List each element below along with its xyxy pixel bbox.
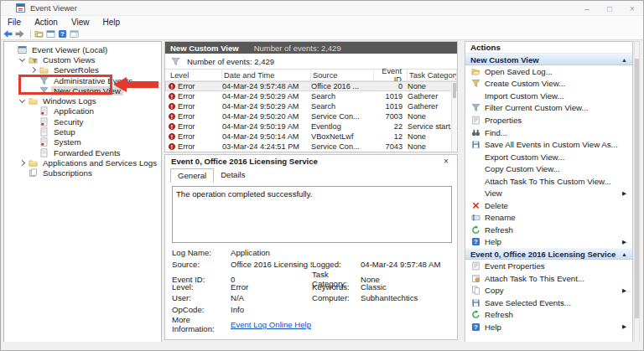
events-table-header: LevelDate and TimeSourceEvent IDTask Cat… <box>165 70 457 81</box>
tree-item-label: Application <box>51 106 96 116</box>
collapse-icon[interactable]: ▲ <box>621 57 627 63</box>
action-save-all-events-in-custom-view-as[interactable]: Save All Events in Custom View As... <box>465 138 632 151</box>
table-row[interactable]: !Error03-Mar-24 4:24:51 PMService Con...… <box>165 142 457 152</box>
tree-item-applications-and-services-logs[interactable]: Applications and Services Logs <box>4 157 161 168</box>
cell-task-category: None <box>408 142 457 151</box>
action-refresh[interactable]: Refresh <box>465 224 632 236</box>
action-properties[interactable]: Properties <box>465 114 632 126</box>
action-attach-task-to-this-custom-view[interactable]: Attach Task To This Custom View... <box>465 175 632 188</box>
cell-task-category: Gatherer <box>408 102 457 111</box>
action-import-custom-view[interactable]: Import Custom View... <box>465 90 632 102</box>
minimize-button[interactable]: – <box>581 4 593 13</box>
events-panel-header: New Custom View Number of events: 2,429 <box>165 42 457 54</box>
log-badge-icon <box>39 116 49 126</box>
expander-down-icon[interactable] <box>19 97 25 103</box>
tree-item-event-viewer-local[interactable]: Event Viewer (Local) <box>4 44 161 54</box>
close-button[interactable]: × <box>626 4 638 13</box>
table-row[interactable]: !Error04-Mar-24 9:50:20 AMService Con...… <box>165 111 457 121</box>
cell-level: !Error <box>169 142 222 151</box>
tab-details[interactable]: Details <box>214 168 252 183</box>
column-header-source[interactable]: Source <box>311 70 374 80</box>
action-pane-icon <box>69 28 79 39</box>
toolbar-back-arrow-button[interactable] <box>3 28 14 39</box>
column-header-event-id[interactable]: Event ID <box>374 70 408 80</box>
action-attach-task-to-this-event[interactable]: Attach Task To This Event... <box>465 272 632 285</box>
expander-right-icon[interactable] <box>19 160 25 166</box>
action-find[interactable]: Find... <box>465 126 632 139</box>
action-copy[interactable]: Copy▶ <box>465 284 632 297</box>
action-export-custom-view[interactable]: Export Custom View... <box>465 151 632 163</box>
action-create-custom-view[interactable]: Create Custom View... <box>465 78 632 90</box>
events-table-scrollbar[interactable] <box>451 82 456 152</box>
action-label: Help <box>485 237 501 246</box>
column-header-task-category[interactable]: Task Category <box>408 70 457 80</box>
maximize-button[interactable]: □ <box>604 4 615 13</box>
properties-icon <box>470 261 480 271</box>
tab-general[interactable]: General <box>170 168 214 183</box>
action-filter-current-custom-view[interactable]: Filter Current Custom View... <box>465 102 632 115</box>
tree-item-security[interactable]: Security <box>4 116 161 126</box>
filter-icon <box>170 56 180 66</box>
blank-icon <box>470 90 480 101</box>
expander-down-icon[interactable] <box>19 56 25 62</box>
column-header-date-and-time[interactable]: Date and Time <box>222 70 311 80</box>
action-delete[interactable]: Delete <box>465 199 632 212</box>
tree-item-custom-views[interactable]: Custom Views <box>4 54 161 65</box>
filter-icon <box>470 103 480 113</box>
action-copy-custom-view[interactable]: Copy Custom View... <box>465 163 632 175</box>
tree-item-application[interactable]: Application <box>4 106 161 116</box>
table-row[interactable]: !Error04-Mar-24 9:50:29 AMSearch1019Gath… <box>165 101 457 111</box>
toolbar: ? <box>1 28 643 40</box>
action-save-selected-events[interactable]: Save Selected Events... <box>465 297 632 309</box>
column-header-level[interactable]: Level <box>169 70 222 80</box>
action-open-saved-log[interactable]: Open Saved Log... <box>465 65 632 78</box>
toolbar-console-tree-button[interactable] <box>34 28 45 39</box>
detail-close-icon[interactable]: × <box>441 157 451 166</box>
action-refresh[interactable]: Refresh <box>465 308 632 321</box>
actions-section-event-0-office-2016-licensing-service[interactable]: Event 0, Office 2016 Licensing Service▲ <box>465 248 632 260</box>
action-help[interactable]: ?Help▶ <box>465 321 632 333</box>
menu-bar: FileActionViewHelp <box>1 16 643 28</box>
tree-item-system[interactable]: System <box>4 137 161 147</box>
cell-task-category: None <box>408 112 457 121</box>
tree-item-forwarded-events[interactable]: Forwarded Events <box>4 147 161 157</box>
table-row[interactable]: !Error04-Mar-24 9:50:29 AMSearch1019Gath… <box>165 91 457 101</box>
event-log-online-help-link[interactable]: Event Log Online Help <box>231 320 312 329</box>
annotation-arrow-tail <box>126 81 158 88</box>
menu-help[interactable]: Help <box>96 18 127 27</box>
status-strip <box>1 342 643 350</box>
action-label: View <box>485 188 502 198</box>
action-help[interactable]: ?Help▶ <box>465 236 632 249</box>
annotation-box <box>18 75 112 95</box>
toolbar-console-window-button[interactable] <box>46 28 57 39</box>
action-view[interactable]: View▶ <box>465 187 632 199</box>
open-folder-icon <box>470 66 480 76</box>
menu-view[interactable]: View <box>65 18 96 27</box>
field-label: Source: <box>172 260 231 269</box>
detail-field-row: Level:ErrorKeywords:Classic <box>165 281 457 293</box>
menu-action[interactable]: Action <box>28 18 65 27</box>
svg-text:?: ? <box>474 323 478 331</box>
toolbar-help-button[interactable]: ? <box>58 28 69 39</box>
tree-item-setup[interactable]: Setup <box>4 126 161 137</box>
error-icon: ! <box>169 113 175 120</box>
actions-scrollbar[interactable] <box>634 41 640 343</box>
expander-right-icon[interactable] <box>30 67 36 73</box>
actions-panel: Actions New Custom View▲Open Saved Log..… <box>465 41 633 343</box>
cell-source: Eventlog <box>311 122 374 131</box>
tree-item-subscriptions[interactable]: Subscriptions <box>4 168 161 178</box>
menu-file[interactable]: File <box>1 18 28 27</box>
collapse-icon[interactable]: ▲ <box>621 251 627 257</box>
toolbar-forward-arrow-button[interactable] <box>15 28 26 39</box>
cell-date-time: 04-Mar-24 9:50:14 AM <box>222 132 311 141</box>
action-rename[interactable]: Rename <box>465 212 632 225</box>
table-row[interactable]: !Error04-Mar-24 9:50:19 AMEventlog22Serv… <box>165 121 457 132</box>
detail-tabs: GeneralDetails <box>170 168 252 183</box>
action-event-properties[interactable]: Event Properties <box>465 260 632 272</box>
table-row[interactable]: !Error04-Mar-24 9:57:48 AMOffice 2016 ..… <box>165 81 457 91</box>
actions-section-new-custom-view[interactable]: New Custom View▲ <box>465 54 632 65</box>
error-icon: ! <box>169 133 175 140</box>
table-row[interactable]: !Error04-Mar-24 9:50:14 AMVBoxNetLwf12No… <box>165 132 457 142</box>
tree-item-windows-logs[interactable]: Windows Logs <box>4 95 161 106</box>
toolbar-action-pane-button[interactable] <box>70 28 80 39</box>
